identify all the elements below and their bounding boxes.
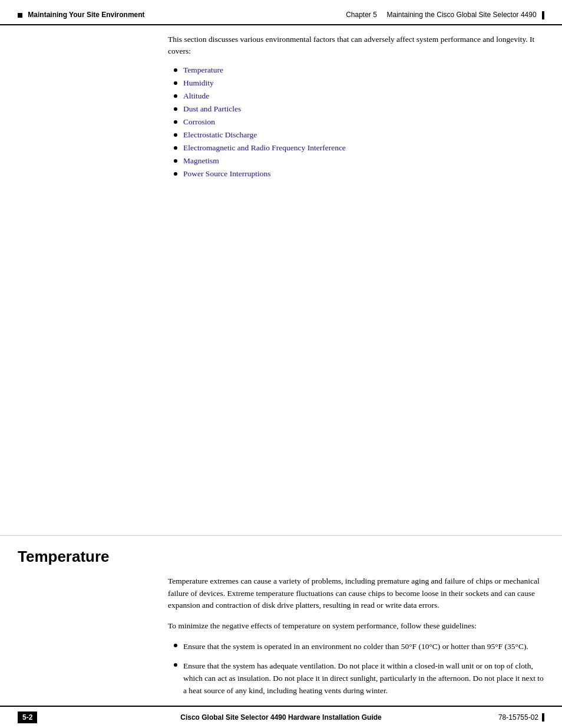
footer-left: 5-2 xyxy=(18,711,43,723)
altitude-link[interactable]: Altitude xyxy=(183,91,209,101)
list-item: Temperature xyxy=(174,65,544,75)
footer-divider-icon xyxy=(542,713,544,722)
bullet-icon xyxy=(174,146,177,150)
header-bullet-icon xyxy=(18,13,22,18)
temperature-link[interactable]: Temperature xyxy=(183,65,223,75)
electrostatic-link[interactable]: Electrostatic Discharge xyxy=(183,130,257,140)
page: Maintaining Your Site Environment Chapte… xyxy=(0,0,562,728)
power-source-link[interactable]: Power Source Interruptions xyxy=(183,169,270,179)
list-item: Corrosion xyxy=(174,117,544,127)
header-chapter-info: Chapter 5 Maintaining the Cisco Global S… xyxy=(346,11,544,19)
intro-paragraph: This section discusses various environme… xyxy=(168,34,544,58)
main-content: This section discusses various environme… xyxy=(0,28,562,518)
page-header: Maintaining Your Site Environment Chapte… xyxy=(0,0,562,25)
temperature-paragraph2: To minimize the negative effects of temp… xyxy=(168,620,544,633)
header-divider-icon xyxy=(542,11,544,19)
guideline-item-2: Ensure that the system has adequate vent… xyxy=(174,660,544,697)
list-item: Magnetism xyxy=(174,156,544,166)
list-item: Altitude xyxy=(174,91,544,101)
temperature-section-heading: Temperature xyxy=(0,535,562,566)
topic-list: Temperature Humidity Altitude Dust and P… xyxy=(168,65,544,179)
bullet-icon xyxy=(174,94,177,98)
list-item: Humidity xyxy=(174,78,544,88)
humidity-link[interactable]: Humidity xyxy=(183,78,214,88)
header-section-label: Maintaining Your Site Environment xyxy=(18,11,145,19)
header-chapter: Chapter 5 xyxy=(346,11,377,19)
bullet-icon xyxy=(174,159,177,163)
footer-doc-number: 78-15755-02 xyxy=(498,713,544,722)
footer-guide-title: Cisco Global Site Selector 4490 Hardware… xyxy=(180,713,381,722)
temperature-section-content: Temperature extremes can cause a variety… xyxy=(0,575,562,706)
page-number: 5-2 xyxy=(18,711,37,723)
bullet-icon xyxy=(174,133,177,137)
bullet-icon xyxy=(174,172,177,176)
corrosion-link[interactable]: Corrosion xyxy=(183,117,215,127)
list-item: Electromagnetic and Radio Frequency Inte… xyxy=(174,143,544,153)
list-item: Power Source Interruptions xyxy=(174,169,544,179)
page-footer: 5-2 Cisco Global Site Selector 4490 Hard… xyxy=(0,706,562,728)
list-item: Electrostatic Discharge xyxy=(174,130,544,140)
header-chapter-title: Maintaining the Cisco Global Site Select… xyxy=(387,11,537,19)
temperature-guidelines-list: Ensure that the system is operated in an… xyxy=(168,641,544,697)
electromagnetic-link[interactable]: Electromagnetic and Radio Frequency Inte… xyxy=(183,143,346,153)
guideline-item-1: Ensure that the system is operated in an… xyxy=(174,641,544,653)
bullet-icon xyxy=(174,68,177,72)
temperature-paragraph1: Temperature extremes can cause a variety… xyxy=(168,575,544,612)
bullet-icon xyxy=(174,120,177,124)
bullet-icon xyxy=(174,81,177,85)
bullet-icon xyxy=(174,107,177,111)
magnetism-link[interactable]: Magnetism xyxy=(183,156,219,166)
bullet-icon xyxy=(174,644,177,647)
dust-particles-link[interactable]: Dust and Particles xyxy=(183,104,241,114)
bullet-icon xyxy=(174,663,177,667)
list-item: Dust and Particles xyxy=(174,104,544,114)
